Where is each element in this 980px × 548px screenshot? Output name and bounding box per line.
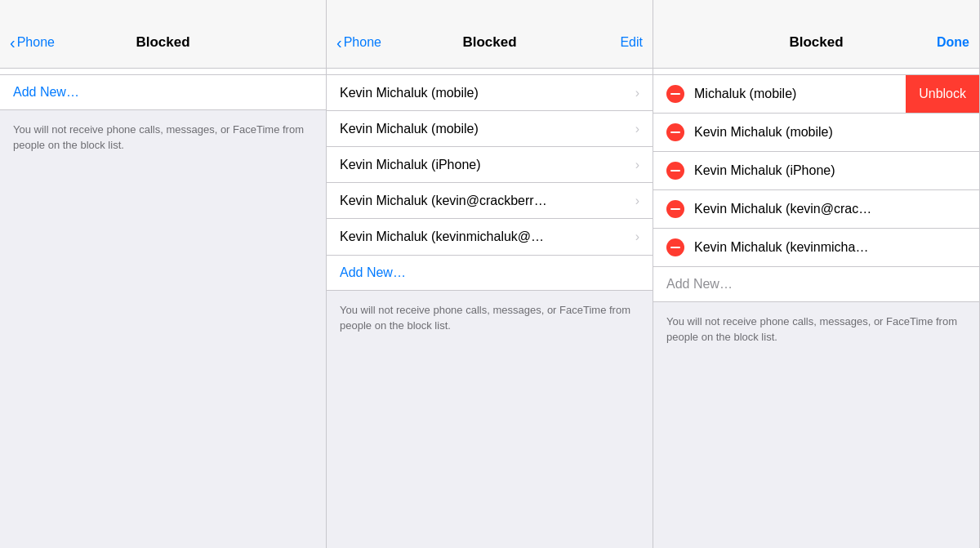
- content-2: Kevin Michaluk (mobile) › Kevin Michaluk…: [327, 69, 653, 548]
- status-bar-2: [327, 0, 653, 16]
- delete-btn-swipe[interactable]: [666, 85, 684, 103]
- spacer-3: [653, 356, 979, 548]
- back-label-2: Phone: [344, 35, 381, 50]
- nav-bar-3: Blocked Done: [653, 16, 979, 69]
- top-white-bar-2: [327, 69, 653, 75]
- list-row-2-2[interactable]: Kevin Michaluk (iPhone) ›: [327, 147, 653, 183]
- list-row-2-3[interactable]: Kevin Michaluk (kevin@crackberr… ›: [327, 183, 653, 219]
- blocked-list-3: Kevin Michaluk (mobile) Kevin Michaluk (…: [653, 114, 979, 266]
- unblock-button-3[interactable]: Unblock: [906, 75, 979, 113]
- add-new-text-1: Add New…: [13, 85, 79, 99]
- add-new-row-1[interactable]: Add New…: [0, 75, 326, 110]
- list-row-3-3[interactable]: Kevin Michaluk (kevinmicha…: [653, 229, 979, 266]
- list-row-text-3-0: Kevin Michaluk (mobile): [694, 125, 966, 140]
- top-white-bar-1: [0, 69, 326, 75]
- content-1: Add New… You will not receive phone call…: [0, 69, 326, 548]
- list-row-text-2-2: Kevin Michaluk (iPhone): [340, 158, 629, 172]
- status-bar-1: [0, 0, 326, 16]
- swipe-row-3[interactable]: Michaluk (mobile) Unblock: [653, 75, 979, 114]
- chevron-2-0: ›: [635, 86, 639, 100]
- back-button-2[interactable]: ‹ Phone: [336, 34, 381, 51]
- delete-icon-swipe: [670, 93, 680, 95]
- list-row-text-2-1: Kevin Michaluk (mobile): [340, 122, 629, 136]
- nav-title-3: Blocked: [789, 34, 843, 51]
- description-text-1: You will not receive phone calls, messag…: [13, 123, 304, 151]
- back-chevron-2: ‹: [336, 34, 342, 51]
- description-section-1: You will not receive phone calls, messag…: [0, 110, 326, 164]
- add-new-text-3: Add New…: [666, 277, 733, 291]
- list-row-3-1[interactable]: Kevin Michaluk (iPhone): [653, 152, 979, 190]
- top-white-bar-3: [653, 69, 979, 75]
- nav-bar-2: ‹ Phone Blocked Edit: [327, 16, 653, 69]
- list-row-2-1[interactable]: Kevin Michaluk (mobile) ›: [327, 111, 653, 147]
- chevron-2-2: ›: [635, 158, 639, 172]
- list-row-text-2-4: Kevin Michaluk (kevinmichaluk@…: [340, 229, 629, 244]
- description-section-3: You will not receive phone calls, messag…: [653, 302, 979, 356]
- list-row-text-3-3: Kevin Michaluk (kevinmicha…: [694, 240, 966, 255]
- delete-btn-3-3[interactable]: [666, 238, 684, 256]
- chevron-2-4: ›: [635, 229, 639, 244]
- add-new-row-3: Add New…: [653, 266, 979, 302]
- list-row-text-3-2: Kevin Michaluk (kevin@crac…: [694, 202, 966, 216]
- description-text-3: You will not receive phone calls, messag…: [666, 315, 957, 343]
- add-new-text-2: Add New…: [340, 265, 406, 279]
- nav-bar-1: ‹ Phone Blocked: [0, 16, 326, 69]
- swipe-row-content-3: Michaluk (mobile): [653, 75, 906, 113]
- list-row-2-4[interactable]: Kevin Michaluk (kevinmichaluk@… ›: [327, 219, 653, 255]
- list-row-text-2-3: Kevin Michaluk (kevin@crackberr…: [340, 194, 629, 208]
- nav-title-2: Blocked: [462, 34, 516, 51]
- swipe-row-text-3: Michaluk (mobile): [694, 87, 893, 101]
- list-row-2-0[interactable]: Kevin Michaluk (mobile) ›: [327, 75, 653, 111]
- delete-icon-3-2: [670, 208, 680, 210]
- delete-icon-3-1: [670, 170, 680, 172]
- delete-icon-3-3: [670, 247, 680, 248]
- chevron-2-1: ›: [635, 122, 639, 136]
- panel-1: ‹ Phone Blocked Add New… You will not re…: [0, 0, 327, 548]
- list-row-3-2[interactable]: Kevin Michaluk (kevin@crac…: [653, 190, 979, 229]
- nav-title-1: Blocked: [136, 34, 189, 51]
- back-chevron-1: ‹: [10, 34, 16, 51]
- delete-btn-3-2[interactable]: [666, 200, 684, 218]
- back-label-1: Phone: [17, 35, 55, 50]
- blocked-list-2: Kevin Michaluk (mobile) › Kevin Michaluk…: [327, 75, 653, 255]
- list-row-text-2-0: Kevin Michaluk (mobile): [340, 86, 629, 100]
- status-bar-3: [653, 0, 979, 16]
- spacer-2: [327, 345, 653, 548]
- chevron-2-3: ›: [635, 194, 639, 208]
- done-button-3[interactable]: Done: [937, 35, 969, 50]
- spacer-1: [0, 164, 326, 548]
- back-button-1[interactable]: ‹ Phone: [10, 34, 55, 51]
- list-row-3-0[interactable]: Kevin Michaluk (mobile): [653, 114, 979, 152]
- content-3: Michaluk (mobile) Unblock Kevin Michaluk…: [653, 69, 979, 548]
- delete-btn-3-1[interactable]: [666, 162, 684, 180]
- edit-button-2[interactable]: Edit: [620, 35, 643, 50]
- delete-btn-3-0[interactable]: [666, 123, 684, 141]
- add-new-row-2[interactable]: Add New…: [327, 255, 653, 291]
- description-section-2: You will not receive phone calls, messag…: [327, 291, 653, 345]
- delete-icon-3-0: [670, 131, 680, 133]
- list-row-text-3-1: Kevin Michaluk (iPhone): [694, 163, 966, 178]
- panel-3: Blocked Done Michaluk (mobile) Unblock K…: [653, 0, 980, 548]
- description-text-2: You will not receive phone calls, messag…: [340, 304, 630, 332]
- panel-2: ‹ Phone Blocked Edit Kevin Michaluk (mob…: [327, 0, 653, 548]
